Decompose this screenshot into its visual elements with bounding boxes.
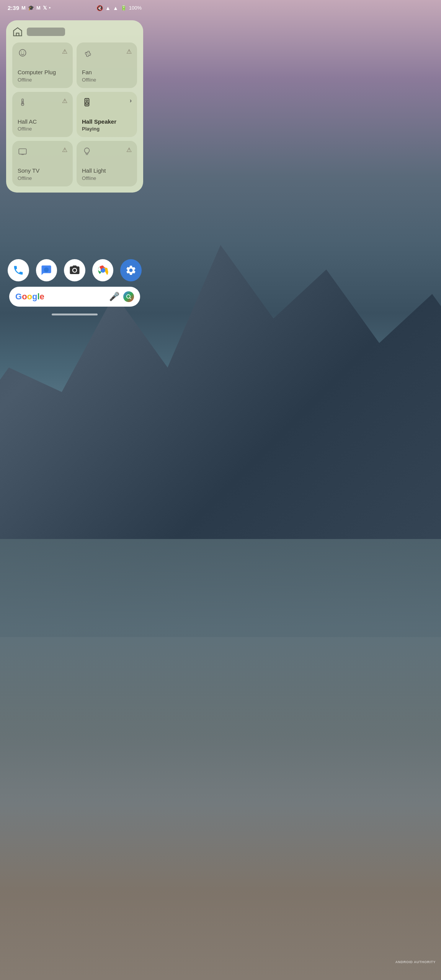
device-name-hall-speaker: Hall Speaker xyxy=(82,118,132,126)
device-name-sony-tv: Sony TV xyxy=(18,167,67,175)
google-lens-icon[interactable] xyxy=(123,291,134,302)
device-card-sony-tv[interactable]: ⚠ Sony TV Offline xyxy=(12,141,73,186)
device-status-hall-light: Offline xyxy=(82,175,132,181)
status-right: 🔇 ▲ ▲ 🔋 100% xyxy=(96,5,142,11)
twitter-icon: 𝕏 xyxy=(43,5,47,11)
device-card-hall-speaker[interactable]: › Hall Speaker Playing xyxy=(77,92,137,137)
device-status-hall-ac: Offline xyxy=(18,126,67,132)
dock-phone-button[interactable] xyxy=(8,259,29,281)
device-status-computer-plug: Offline xyxy=(18,77,67,83)
chevron-icon-hall-speaker: › xyxy=(130,97,132,104)
svg-point-9 xyxy=(87,103,87,104)
dock-row xyxy=(8,259,142,281)
device-card-fan[interactable]: ⚠ Fan Offline xyxy=(77,42,137,88)
device-name-hall-ac: Hall AC xyxy=(18,118,67,126)
speaker-icon xyxy=(82,97,92,107)
warning-icon-computer-plug: ⚠ xyxy=(62,48,67,55)
signal-icon: ▲ xyxy=(113,5,118,11)
widget-header xyxy=(12,26,137,37)
device-status-fan: Offline xyxy=(82,77,132,83)
status-time: 2:39 xyxy=(8,5,19,11)
device-name-computer-plug: Computer Plug xyxy=(18,69,67,76)
home-indicator[interactable] xyxy=(52,314,98,315)
svg-point-0 xyxy=(19,49,26,56)
mute-icon: 🔇 xyxy=(96,5,103,11)
dock-chrome-button[interactable] xyxy=(92,259,114,281)
thermometer-icon xyxy=(18,97,28,107)
battery-icon: 🔋 xyxy=(121,5,127,11)
fan-icon xyxy=(82,48,92,58)
google-search-bar[interactable]: Google 🎤 xyxy=(9,287,140,307)
device-card-hall-light[interactable]: ⚠ Hall Light Offline xyxy=(77,141,137,186)
device-card-hall-ac[interactable]: ⚠ Hall AC Offline xyxy=(12,92,73,137)
svg-point-1 xyxy=(21,52,22,52)
warning-icon-fan: ⚠ xyxy=(126,48,132,55)
svg-point-7 xyxy=(86,100,88,101)
home-app-icon xyxy=(12,26,23,37)
svg-point-3 xyxy=(86,52,87,53)
device-grid: ⚠ Computer Plug Offline ⚠ Fan Offline xyxy=(12,42,137,186)
bulb-icon xyxy=(82,146,92,156)
google-hat-icon: 🎓 xyxy=(28,5,34,11)
wifi-icon: ▲ xyxy=(105,5,111,11)
dock-messages-button[interactable] xyxy=(36,259,57,281)
warning-icon-hall-ac: ⚠ xyxy=(62,97,67,105)
gmail-icon: M xyxy=(21,5,26,11)
microphone-icon[interactable]: 🎤 xyxy=(109,292,119,302)
warning-icon-hall-light: ⚠ xyxy=(126,146,132,154)
device-name-fan: Fan xyxy=(82,69,132,76)
device-status-sony-tv: Offline xyxy=(18,175,67,181)
status-bar: 2:39 M 🎓 M 𝕏 • 🔇 ▲ ▲ 🔋 100% xyxy=(0,0,149,14)
svg-point-11 xyxy=(44,268,49,273)
dock-area: Google 🎤 xyxy=(0,252,149,323)
plug-icon xyxy=(18,48,28,58)
home-label xyxy=(27,28,65,36)
dock-settings-button[interactable] xyxy=(120,259,142,281)
tv-icon xyxy=(18,146,28,156)
device-status-hall-speaker: Playing xyxy=(82,126,132,132)
svg-rect-10 xyxy=(19,149,26,154)
battery-percent: 100% xyxy=(129,5,142,11)
status-left: 2:39 M 🎓 M 𝕏 • xyxy=(8,5,51,11)
svg-point-13 xyxy=(101,269,105,272)
warning-icon-sony-tv: ⚠ xyxy=(62,146,67,154)
google-logo: Google xyxy=(15,292,44,302)
svg-point-2 xyxy=(23,52,24,52)
svg-point-5 xyxy=(21,103,24,106)
smart-home-widget: ⚠ Computer Plug Offline ⚠ Fan Offline xyxy=(6,20,143,193)
dock-camera-button[interactable] xyxy=(64,259,85,281)
gmail2-icon: M xyxy=(36,5,41,11)
notification-dot: • xyxy=(49,5,51,11)
device-name-hall-light: Hall Light xyxy=(82,167,132,175)
device-card-computer-plug[interactable]: ⚠ Computer Plug Offline xyxy=(12,42,73,88)
